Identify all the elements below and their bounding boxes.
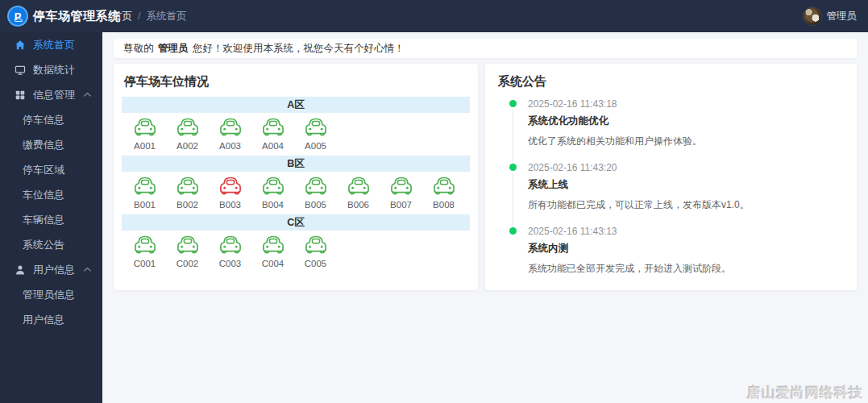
parking-slot: A004 <box>251 117 294 151</box>
slot-code: C001 <box>134 259 156 268</box>
car-front-icon <box>133 176 157 199</box>
announcement-item: 2025-02-16 11:43:18系统优化功能优化优化了系统的相关功能和用户… <box>509 98 844 162</box>
parking-slot: B008 <box>422 176 465 210</box>
announcement-content: 优化了系统的相关功能和用户操作体验。 <box>528 135 844 148</box>
welcome-suffix: 您好！欢迎使用本系统，祝您今天有个好心情！ <box>189 43 404 54</box>
announcement-title: 系统内测 <box>528 242 844 256</box>
zone-header: A区 <box>122 97 470 113</box>
zone-header: C区 <box>122 214 470 231</box>
sidebar-subitem[interactable]: 车位信息 <box>0 182 102 207</box>
top-header: P 停车场管理系统 首页 / 系统首页 管理员 <box>0 0 868 32</box>
slot-code: A001 <box>134 141 156 151</box>
car-front-icon <box>432 176 456 199</box>
sidebar-subitem[interactable]: 停车信息 <box>0 107 102 132</box>
slot-code: A004 <box>262 141 284 151</box>
car-front-icon <box>218 117 243 140</box>
parking-slot: C005 <box>294 235 337 268</box>
car-front-icon <box>218 176 243 199</box>
announcement-time: 2025-02-16 11:43:13 <box>528 226 844 237</box>
car-front-icon <box>304 117 328 140</box>
slot-code: B001 <box>134 200 156 210</box>
grid-icon <box>14 89 26 101</box>
announcement-item: 2025-02-16 11:43:13系统内测系统功能已全部开发完成，开始进入测… <box>509 226 844 289</box>
slot-code: B006 <box>347 200 369 210</box>
announcement-timeline: 2025-02-16 11:43:18系统优化功能优化优化了系统的相关功能和用户… <box>509 98 844 289</box>
sidebar-item-1[interactable]: 数据统计 <box>0 57 102 82</box>
parking-slot: C002 <box>166 235 209 268</box>
car-front-icon <box>261 117 285 140</box>
user-menu[interactable]: 管理员 <box>803 6 858 26</box>
zone-header: B区 <box>122 156 470 172</box>
username-label: 管理员 <box>827 10 858 23</box>
welcome-banner: 尊敬的 管理员 您好！欢迎使用本系统，祝您今天有个好心情！ <box>114 39 857 58</box>
sidebar-subitem[interactable]: 缴费信息 <box>0 132 102 157</box>
slot-code: A005 <box>305 141 326 151</box>
slot-code: B007 <box>390 200 412 210</box>
slot-code: B002 <box>177 200 198 210</box>
sidebar: 系统首页数据统计信息管理停车信息缴费信息停车区域车位信息车辆信息系统公告用户信息… <box>0 32 102 403</box>
parking-slot: B004 <box>251 176 294 210</box>
parking-card-title: 停车场车位情况 <box>122 74 470 89</box>
announcement-item: 2025-02-16 11:43:20系统上线所有功能都已完成，可以正常上线，发… <box>509 162 844 226</box>
timeline-dot <box>509 100 517 107</box>
sidebar-item-label: 用户信息 <box>33 263 75 277</box>
slot-row: B001B002B003B004B005B006B007B008 <box>122 176 470 210</box>
sidebar-subitem[interactable]: 管理员信息 <box>0 282 102 307</box>
watermark: 唐山爱尚网络科技 <box>747 384 863 402</box>
car-front-icon <box>218 235 243 258</box>
parking-slot: B007 <box>380 176 422 210</box>
sidebar-subitem[interactable]: 车辆信息 <box>0 207 102 232</box>
car-front-icon <box>176 235 200 258</box>
parking-slot: A003 <box>209 117 251 151</box>
slot-row: A001A002A003A004A005 <box>122 117 470 151</box>
parking-slot: A002 <box>166 117 209 151</box>
announcement-time: 2025-02-16 11:43:18 <box>528 98 844 110</box>
chevron-up-icon <box>83 92 92 98</box>
sidebar-subitem[interactable]: 停车区域 <box>0 157 102 182</box>
car-front-icon <box>347 176 371 199</box>
parking-slot: B006 <box>337 176 380 210</box>
announcement-title: 系统上线 <box>528 178 844 192</box>
announcement-time: 2025-02-16 11:43:20 <box>528 162 844 173</box>
timeline-dot <box>509 164 517 171</box>
sidebar-item-0[interactable]: 系统首页 <box>0 32 102 57</box>
app-title: 停车场管理系统 <box>33 9 121 24</box>
parking-slot: B003 <box>209 176 251 210</box>
car-front-icon <box>304 176 328 199</box>
car-front-icon <box>261 235 285 258</box>
brand: P 停车场管理系统 <box>0 6 102 27</box>
slot-code: C003 <box>219 259 242 268</box>
monitor-icon <box>14 64 26 76</box>
sidebar-item-label: 系统首页 <box>33 38 75 52</box>
home-icon <box>14 39 26 51</box>
sidebar-subitem[interactable]: 用户信息 <box>0 307 102 332</box>
parking-slot: B005 <box>294 176 337 210</box>
slot-row: C001C002C003C004C005 <box>122 235 470 268</box>
parking-slot: C003 <box>209 235 251 268</box>
car-front-icon <box>176 117 200 140</box>
sidebar-subitem[interactable]: 系统公告 <box>0 232 102 257</box>
parking-slot: B001 <box>123 176 166 210</box>
main-content: 尊敬的 管理员 您好！欢迎使用本系统，祝您今天有个好心情！ 停车场车位情况 A区… <box>102 32 868 403</box>
car-front-icon <box>304 235 328 258</box>
parking-slot: B002 <box>166 176 209 210</box>
car-front-icon <box>176 176 200 199</box>
slot-code: A002 <box>177 141 198 151</box>
slot-code: B008 <box>433 200 455 210</box>
breadcrumb-separator: / <box>138 10 140 22</box>
car-front-icon <box>389 176 413 199</box>
sidebar-item-label: 数据统计 <box>33 63 75 77</box>
announcement-content: 所有功能都已完成，可以正常上线，发布版本v1.0。 <box>528 198 844 212</box>
slot-code: B004 <box>262 200 284 210</box>
sidebar-item-2[interactable]: 信息管理 <box>0 82 102 107</box>
zones-container: A区A001A002A003A004A005B区B001B002B003B004… <box>122 97 470 268</box>
slot-code: B003 <box>219 200 241 210</box>
breadcrumb: 首页 / 系统首页 <box>112 10 186 23</box>
breadcrumb-home[interactable]: 首页 <box>112 10 132 23</box>
car-front-icon <box>261 176 285 199</box>
car-front-icon <box>133 235 157 258</box>
sidebar-item-3[interactable]: 用户信息 <box>0 257 102 282</box>
user-avatar[interactable] <box>803 6 822 26</box>
cards-row: 停车场车位情况 A区A001A002A003A004A005B区B001B002… <box>114 64 857 290</box>
slot-code: C005 <box>305 259 327 268</box>
